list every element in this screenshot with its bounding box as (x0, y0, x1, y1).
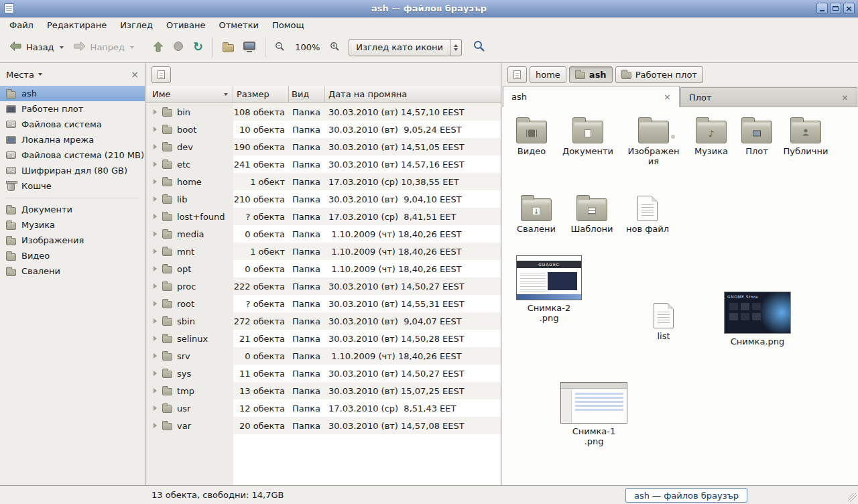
pathbar-root-button[interactable] (151, 66, 171, 83)
column-header-type[interactable]: Вид (289, 86, 325, 103)
sidebar-item-video[interactable]: Видео (0, 248, 145, 263)
table-row[interactable]: mnt1 обектПапка 1.10.2009 (чт) 18,40,26 … (146, 243, 501, 260)
expander-icon[interactable] (154, 231, 157, 237)
sidebar-item-network[interactable]: Локална мрежа (0, 132, 145, 147)
sidebar-item-filesystem[interactable]: Файлова система (0, 117, 145, 132)
reload-button[interactable] (188, 38, 208, 56)
icon-item-snimka1[interactable]: Снимка-1.png (560, 382, 627, 446)
table-row[interactable]: opt0 обектаПапка 1.10.2009 (чт) 18,40,26… (146, 260, 501, 277)
expander-icon[interactable] (154, 301, 157, 306)
maximize-icon[interactable] (830, 3, 841, 14)
table-row[interactable]: sys11 обектаПапка30.03.2010 (вт) 14,50,2… (146, 365, 501, 382)
sidebar-item-downloads[interactable]: Свалени (0, 263, 145, 279)
pathbar-ash-button[interactable]: ash (569, 66, 613, 83)
icon-item-snimka[interactable]: GNOME Store Снимка.png (724, 292, 791, 346)
column-header-size[interactable]: Размер (233, 86, 289, 103)
expander-icon[interactable] (154, 196, 157, 202)
pathbar-desktop-button[interactable]: Работен плот (615, 66, 703, 83)
expander-icon[interactable] (154, 179, 157, 184)
icon-item-video[interactable]: Видео (503, 115, 560, 156)
expander-icon[interactable] (154, 162, 157, 167)
tab-close-icon[interactable] (841, 93, 849, 102)
sidebar-item-music[interactable]: Музика (0, 217, 145, 233)
sidebar-item-trash[interactable]: Кошче (0, 178, 145, 194)
expander-icon[interactable] (154, 405, 157, 411)
menu-file[interactable]: Файл (3, 19, 40, 32)
forward-dropdown-icon[interactable] (130, 46, 134, 49)
combo-arrows-icon[interactable] (450, 40, 461, 56)
zoom-in-button[interactable] (325, 38, 345, 57)
table-row[interactable]: bin108 обектаПапка30.03.2010 (вт) 14,57,… (146, 103, 501, 121)
search-button[interactable] (469, 37, 490, 58)
sidebar-item-ash[interactable]: ash (0, 86, 145, 101)
table-row[interactable]: etc241 обектаПапка30.03.2010 (вт) 14,57,… (146, 155, 501, 173)
forward-button[interactable]: Напред (68, 38, 139, 57)
menu-help[interactable]: Помощ (265, 19, 311, 32)
table-row[interactable]: sbin272 обектаПапка30.03.2010 (вт) 9,04,… (146, 312, 501, 330)
menu-go[interactable]: Отиване (160, 19, 212, 32)
sidebar-item-documents[interactable]: Документи (0, 202, 145, 217)
table-row[interactable]: srv0 обектаПапка 1.10.2009 (чт) 18,40,26… (146, 347, 501, 365)
sidebar-item-pictures[interactable]: Изображения (0, 233, 145, 248)
menu-bookmarks[interactable]: Отметки (212, 19, 265, 32)
expander-icon[interactable] (154, 423, 157, 428)
expander-icon[interactable] (154, 144, 157, 149)
menu-view[interactable]: Изглед (113, 19, 160, 32)
column-header-date[interactable]: Дата на промяна (325, 86, 501, 103)
sidebar-item-desktop[interactable]: Работен плот (0, 101, 145, 117)
table-row[interactable]: root? обектаПапка30.03.2010 (вт) 14,55,3… (146, 295, 501, 312)
table-row[interactable]: dev190 обектаПапка30.03.2010 (вт) 14,51,… (146, 138, 501, 155)
icon-item-documents[interactable]: Документи (560, 115, 616, 156)
back-dropdown-icon[interactable] (60, 46, 64, 49)
icon-item-list-file[interactable]: list (635, 300, 692, 341)
minimize-icon[interactable] (816, 3, 828, 14)
resize-grip[interactable] (848, 493, 857, 502)
tab-ash[interactable]: ash (503, 86, 680, 107)
sidebar-close-icon[interactable] (131, 70, 139, 79)
table-row[interactable]: tmp13 обектаПапка30.03.2010 (вт) 15,07,2… (146, 382, 501, 399)
sidebar-item-encrypted-80gb[interactable]: Шифриран дял (80 GB) (0, 163, 145, 178)
expander-icon[interactable] (154, 388, 157, 393)
expander-icon[interactable] (154, 109, 157, 115)
stop-button[interactable] (168, 38, 188, 57)
close-icon[interactable] (843, 3, 855, 14)
zoom-out-button[interactable] (270, 38, 290, 57)
expander-icon[interactable] (154, 284, 157, 289)
sidebar-title[interactable]: Места (6, 70, 34, 80)
table-row[interactable]: home1 обектПапка17.03.2010 (ср) 10,38,55… (146, 173, 501, 190)
table-row[interactable]: usr12 обектаПапка17.03.2010 (ср) 8,51,43… (146, 399, 501, 417)
taskbar-window-button[interactable]: ash — файлов браузър (625, 488, 747, 503)
table-row[interactable]: lost+found? обектаПапка17.03.2010 (ср) 8… (146, 208, 501, 225)
menu-edit[interactable]: Редактиране (40, 19, 113, 32)
icon-item-desktop[interactable]: Плот (729, 115, 785, 156)
pathbar-root-button[interactable] (507, 66, 527, 83)
table-row[interactable]: boot10 обектаПапка30.03.2010 (вт) 9,05,2… (146, 121, 501, 138)
expander-icon[interactable] (154, 318, 157, 324)
icon-item-pictures[interactable]: Изображения (625, 115, 682, 166)
column-header-name[interactable]: Име (146, 86, 233, 103)
expander-icon[interactable] (154, 353, 157, 359)
sidebar-item-filesystem-210mb[interactable]: Файлова система (210 MB) (0, 147, 145, 163)
expander-icon[interactable] (154, 214, 157, 219)
table-row[interactable]: var20 обектаПапка30.03.2010 (вт) 14,57,0… (146, 417, 501, 434)
view-mode-select[interactable]: Изглед като икони (349, 39, 462, 56)
tab-desktop[interactable]: Плот (680, 87, 857, 107)
expander-icon[interactable] (154, 127, 157, 132)
expander-icon[interactable] (154, 266, 157, 271)
expander-icon[interactable] (154, 249, 157, 254)
table-row[interactable]: lib210 обектаПапка30.03.2010 (вт) 9,04,1… (146, 190, 501, 208)
icon-item-snimka2[interactable]: GUADEC Снимка-2.png (516, 255, 582, 323)
icon-view[interactable]: Видео Документи Изображения Музика Плот (502, 107, 858, 485)
back-button[interactable]: Назад (4, 38, 68, 57)
table-row[interactable]: proc222 обектаПапка30.03.2010 (вт) 14,50… (146, 277, 501, 295)
expander-icon[interactable] (154, 371, 157, 376)
expander-icon[interactable] (154, 336, 157, 341)
icon-item-public[interactable]: Публични (778, 115, 834, 156)
computer-button[interactable] (239, 38, 260, 56)
pathbar-home-button[interactable]: home (530, 66, 566, 83)
chevron-down-icon[interactable] (38, 73, 42, 76)
icon-item-templates[interactable]: Шаблони (564, 193, 620, 234)
table-row[interactable]: media0 обектаПапка 1.10.2009 (чт) 18,40,… (146, 225, 501, 243)
up-button[interactable] (148, 38, 168, 58)
tab-close-icon[interactable] (664, 92, 671, 101)
